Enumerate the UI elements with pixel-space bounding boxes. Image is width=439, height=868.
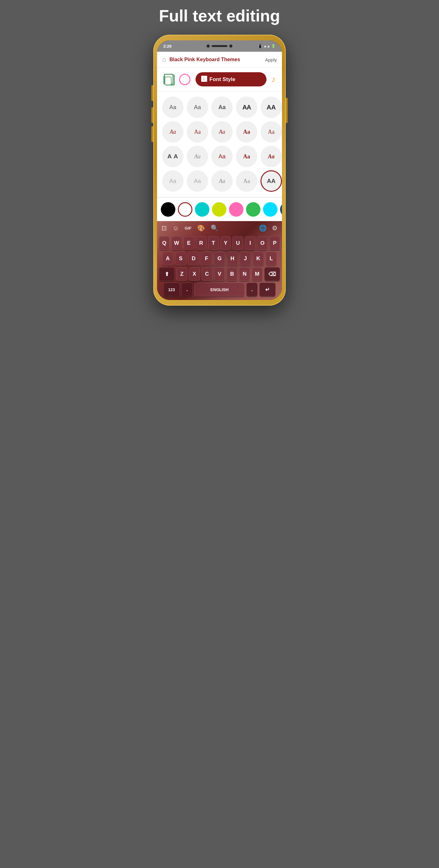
key-n[interactable]: N	[239, 267, 250, 281]
font-circle-9[interactable]: Aa	[236, 121, 257, 143]
keyboard-palette-icon[interactable]: 🎨	[197, 224, 205, 232]
keyboard-row-3: ⬆ Z X C V B N M ⌫	[159, 267, 280, 281]
key-i[interactable]: I	[245, 236, 255, 250]
key-g[interactable]: G	[214, 252, 225, 266]
font-circle-11[interactable]: A A	[162, 146, 184, 167]
app-content: ⌂ Black Pink Keyboard Themes Apply 🅰 Fon…	[157, 52, 282, 221]
color-light-blue[interactable]	[263, 202, 278, 217]
key-e[interactable]: E	[184, 236, 194, 250]
key-o[interactable]: O	[257, 236, 268, 250]
key-l[interactable]: L	[265, 252, 277, 266]
key-x[interactable]: X	[189, 267, 200, 281]
key-c[interactable]: C	[201, 267, 213, 281]
font-style-label: Font Style	[210, 76, 235, 83]
font-circle-18[interactable]: Aa	[211, 170, 233, 192]
key-y[interactable]: Y	[220, 236, 231, 250]
font-circle-12[interactable]: Aa	[187, 146, 208, 167]
color-white[interactable]	[178, 202, 192, 217]
vibrate-icon: 📳	[258, 44, 262, 48]
signal-icon: ▲▲	[263, 44, 270, 48]
phone-shell: 2:26 📳 ▲▲ 🔋 ⌂ Black Pink Keyboard Themes…	[153, 35, 286, 306]
font-circle-2[interactable]: Aa	[187, 96, 208, 118]
keyboard-settings-icon[interactable]: ⚙	[272, 224, 278, 232]
notch-camera	[207, 40, 232, 52]
color-yellow[interactable]	[212, 202, 226, 217]
key-backspace[interactable]: ⌫	[264, 267, 280, 281]
keyboard-row-2: A S D F G H J K L	[159, 252, 280, 266]
font-icon: 🅰	[201, 76, 207, 83]
font-circle-6[interactable]: Aa	[162, 121, 184, 143]
font-circle-3[interactable]: Aa	[211, 96, 233, 118]
keyboard-area: ⊡ ☺ GIF 🎨 🔍 🌐 ⚙ Q W E R T	[157, 221, 282, 300]
font-circle-17[interactable]: Aa	[187, 170, 208, 192]
keyboard-row-4: 123 . ENGLISH . ↵	[159, 283, 280, 297]
tab-bar: 🅰 Font Style ♪	[157, 68, 282, 91]
font-circle-4[interactable]: AA	[236, 96, 257, 118]
status-bar: 2:26 📳 ▲▲ 🔋	[157, 40, 282, 52]
key-u[interactable]: U	[232, 236, 243, 250]
keyboard-search-icon[interactable]: 🔍	[211, 224, 219, 232]
app-header: ⌂ Black Pink Keyboard Themes Apply	[157, 52, 282, 68]
status-time: 2:26	[163, 44, 171, 49]
key-v[interactable]: V	[214, 267, 225, 281]
pages-icon[interactable]	[163, 74, 174, 85]
font-circle-19[interactable]: Aa	[236, 170, 257, 192]
key-h[interactable]: H	[227, 252, 238, 266]
font-circle-10[interactable]: Aa	[260, 121, 282, 143]
font-circle-14[interactable]: Aa	[236, 146, 257, 167]
key-b[interactable]: B	[226, 267, 238, 281]
key-z[interactable]: Z	[176, 267, 187, 281]
keyboard-toolbar-right: 🌐 ⚙	[259, 224, 278, 232]
key-s[interactable]: S	[175, 252, 186, 266]
key-t[interactable]: T	[208, 236, 219, 250]
font-circle-1[interactable]: Aa	[162, 96, 184, 118]
keyboard-text-icon[interactable]: ⊡	[161, 224, 167, 232]
key-enter[interactable]: ↵	[259, 283, 276, 297]
app-header-title: Black Pink Keyboard Themes	[169, 57, 262, 62]
key-d[interactable]: D	[188, 252, 199, 266]
font-grid: Aa Aa Aa AA AA Aa Aa Aa Aa Aa A A Aa Aa …	[157, 91, 282, 197]
color-green[interactable]	[246, 202, 260, 217]
font-circle-20[interactable]: AA	[260, 170, 282, 192]
key-w[interactable]: W	[171, 236, 182, 250]
key-dot-right[interactable]: .	[246, 283, 258, 297]
font-circle-13[interactable]: Aa	[211, 146, 233, 167]
keyboard-rows: Q W E R T Y U I O P A S D F G	[157, 235, 282, 300]
key-r[interactable]: R	[196, 236, 207, 250]
keyboard-row-1: Q W E R T Y U I O P	[159, 236, 280, 250]
color-bar	[157, 197, 282, 221]
color-black[interactable]	[161, 202, 175, 217]
key-shift[interactable]: ⬆	[159, 267, 175, 281]
status-right: 📳 ▲▲ 🔋	[258, 44, 276, 48]
key-a[interactable]: A	[162, 252, 174, 266]
keyboard-globe-icon[interactable]: 🌐	[259, 224, 267, 232]
font-circle-5[interactable]: AA	[260, 96, 282, 118]
battery-icon: 🔋	[271, 44, 276, 48]
apply-button[interactable]: Apply	[265, 57, 277, 62]
key-f[interactable]: F	[201, 252, 212, 266]
key-j[interactable]: J	[240, 252, 251, 266]
screen-bezel: 2:26 📳 ▲▲ 🔋 ⌂ Black Pink Keyboard Themes…	[157, 40, 282, 300]
font-circle-15[interactable]: Aa	[260, 146, 282, 167]
music-icon[interactable]: ♪	[272, 74, 276, 84]
color-dark-blue[interactable]	[280, 202, 282, 217]
color-tab-icon[interactable]	[179, 74, 190, 85]
font-style-button[interactable]: 🅰 Font Style	[195, 72, 266, 86]
key-m[interactable]: M	[252, 267, 263, 281]
color-pink[interactable]	[229, 202, 244, 217]
key-p[interactable]: P	[269, 236, 280, 250]
font-circle-7[interactable]: Aa	[187, 121, 208, 143]
key-123[interactable]: 123	[163, 283, 180, 297]
key-space[interactable]: ENGLISH	[194, 283, 245, 297]
keyboard-toolbar: ⊡ ☺ GIF 🎨 🔍 🌐 ⚙	[157, 221, 282, 235]
font-circle-8[interactable]: Aa	[211, 121, 233, 143]
key-q[interactable]: Q	[159, 236, 170, 250]
keyboard-gif-icon[interactable]: GIF	[185, 226, 191, 230]
key-k[interactable]: K	[253, 252, 264, 266]
home-icon[interactable]: ⌂	[162, 56, 166, 64]
key-dot-left[interactable]: .	[181, 283, 193, 297]
page-title: Full text editing	[159, 6, 280, 25]
font-circle-16[interactable]: Aa	[162, 170, 184, 192]
keyboard-emoji-icon[interactable]: ☺	[173, 224, 179, 232]
color-cyan[interactable]	[195, 202, 210, 217]
